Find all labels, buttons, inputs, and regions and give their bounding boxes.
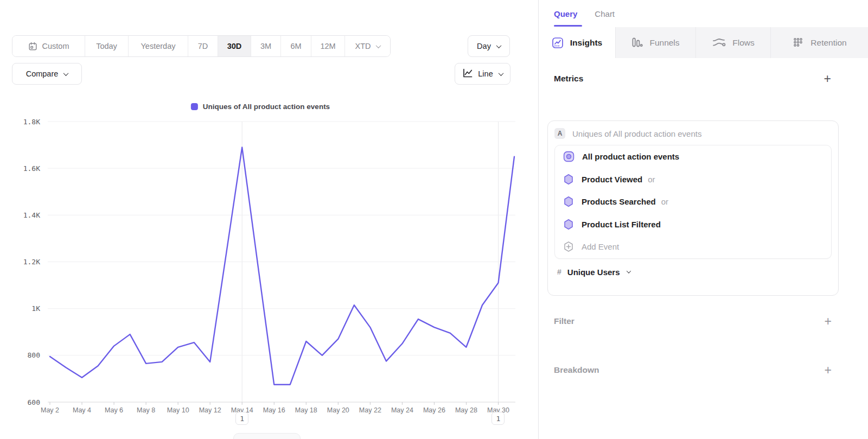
add-breakdown-plus-icon[interactable]: + xyxy=(825,365,832,376)
report-tab-retention[interactable]: Retention xyxy=(770,27,868,58)
series-line[interactable] xyxy=(50,147,514,384)
event-row[interactable]: All product action events xyxy=(555,145,831,168)
tab-query[interactable]: Query xyxy=(554,9,577,18)
chart-footer-partial-control[interactable] xyxy=(233,433,301,439)
filter-section-header: Filter + xyxy=(539,315,868,328)
y-axis-tick-label: 1.2K xyxy=(23,258,40,266)
event-name: All product action events xyxy=(582,152,679,161)
event-name: Product List Filtered xyxy=(582,220,661,229)
report-tab-label: Retention xyxy=(810,38,846,48)
report-type-tabs: InsightsFunnelsFlowsRetention xyxy=(539,27,868,58)
report-tab-label: Funnels xyxy=(649,38,679,48)
tab-chart[interactable]: Chart xyxy=(595,9,615,18)
y-axis-tick-label: 1.8K xyxy=(23,118,40,126)
retention-icon xyxy=(792,37,804,49)
metrics-title: Metrics xyxy=(554,74,583,84)
x-axis-tick-label: May 4 xyxy=(73,406,91,414)
query-pane: Query Chart InsightsFunnelsFlowsRetentio… xyxy=(538,0,868,439)
event-row[interactable]: Products Searchedor xyxy=(555,190,831,213)
y-axis-tick-label: 600 xyxy=(28,398,40,406)
event-hexagon-icon xyxy=(563,196,574,207)
add-filter-plus-icon[interactable]: + xyxy=(825,316,832,327)
event-list-card: All product action eventsProduct Viewedo… xyxy=(554,145,832,259)
filter-title: Filter xyxy=(554,316,575,326)
series-letter-badge: A xyxy=(554,128,565,139)
x-axis-tick-label: May 26 xyxy=(423,406,445,414)
event-operator: or xyxy=(661,197,668,206)
event-hexagon-icon xyxy=(563,174,574,185)
report-tab-label: Insights xyxy=(570,38,602,48)
measurement-selector[interactable]: # Unique Users xyxy=(548,259,838,277)
y-axis-tick-label: 1.6K xyxy=(23,164,40,173)
x-axis-tick-label: May 28 xyxy=(455,406,477,414)
event-row[interactable]: Product List Filtered xyxy=(555,213,831,236)
pane-tabs: Query Chart xyxy=(539,0,868,27)
flows-icon xyxy=(712,37,726,48)
insights-report-app: CustomTodayYesterday7D30D3M6M12MXTD Day … xyxy=(0,0,868,439)
line-chart[interactable]: 1.8K1.6K1.4K1.2K1K800600May 2May 4May 6M… xyxy=(0,0,538,439)
add-metric-plus-icon[interactable]: + xyxy=(824,73,831,84)
x-axis-tick-label: May 16 xyxy=(263,406,285,414)
report-tab-insights[interactable]: Insights xyxy=(539,27,615,58)
all-events-icon xyxy=(563,151,575,162)
measurement-label: Unique Users xyxy=(567,268,620,277)
x-axis-tick-label: May 10 xyxy=(167,406,189,414)
report-tab-label: Flows xyxy=(732,38,754,48)
y-axis-tick-label: 800 xyxy=(28,351,40,359)
funnels-icon xyxy=(631,37,643,49)
event-hexagon-icon xyxy=(563,219,574,230)
event-operator: or xyxy=(648,175,655,184)
add-event-label: Add Event xyxy=(582,242,619,251)
annotation-badge[interactable]: 1 xyxy=(492,412,505,425)
series-title: Uniques of All product action events xyxy=(572,129,701,138)
x-axis-tick-label: May 8 xyxy=(137,406,155,414)
metric-series-header[interactable]: A Uniques of All product action events xyxy=(548,121,838,145)
event-row[interactable]: Product Viewedor xyxy=(555,168,831,191)
hash-icon: # xyxy=(557,268,561,276)
y-axis-tick-label: 1.4K xyxy=(23,211,40,219)
active-tab-underline xyxy=(554,25,582,27)
x-axis-tick-label: May 20 xyxy=(327,406,349,414)
chart-pane: CustomTodayYesterday7D30D3M6M12MXTD Day … xyxy=(0,0,538,439)
metrics-header: Metrics + xyxy=(539,71,868,86)
event-name: Product Viewed xyxy=(582,175,642,184)
report-tab-funnels[interactable]: Funnels xyxy=(615,27,695,58)
chevron-down-icon xyxy=(626,269,630,273)
insights-icon xyxy=(552,37,564,49)
x-axis-tick-label: May 2 xyxy=(41,406,59,414)
add-event-icon xyxy=(563,241,574,252)
breakdown-title: Breakdown xyxy=(554,365,599,375)
add-event-button[interactable]: Add Event xyxy=(555,236,831,258)
annotation-badge[interactable]: 1 xyxy=(235,412,248,425)
x-axis-tick-label: May 6 xyxy=(105,406,123,414)
metric-card: A Uniques of All product action events A… xyxy=(547,120,839,296)
x-axis-tick-label: May 22 xyxy=(359,406,381,414)
x-axis-tick-label: May 24 xyxy=(391,406,413,414)
x-axis-tick-label: May 12 xyxy=(199,406,221,414)
event-name: Products Searched xyxy=(582,197,656,206)
breakdown-section-header: Breakdown + xyxy=(539,364,868,377)
y-axis-tick-label: 1K xyxy=(31,304,40,313)
report-tab-flows[interactable]: Flows xyxy=(695,27,770,58)
x-axis-tick-label: May 18 xyxy=(295,406,317,414)
